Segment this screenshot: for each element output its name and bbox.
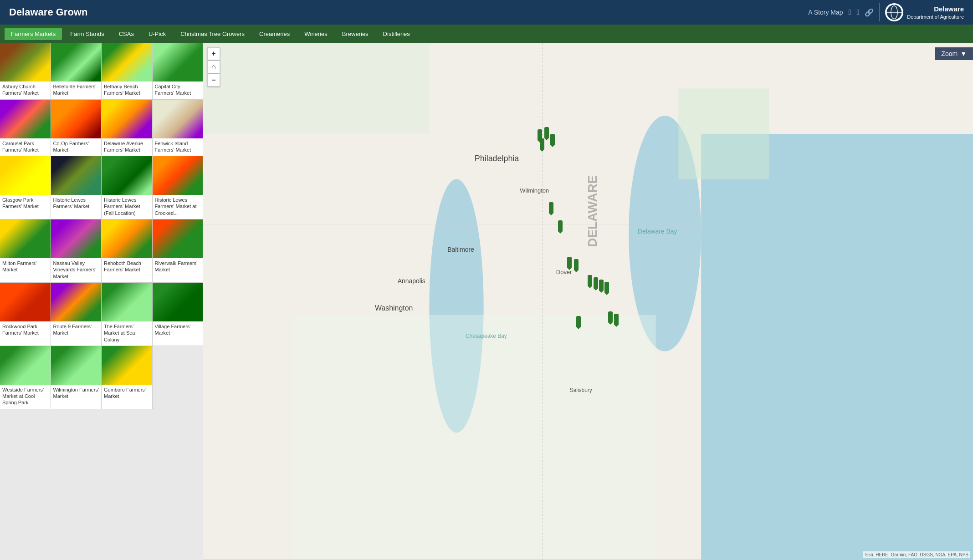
zoom-label[interactable]: Zoom ▼ — [935, 47, 973, 60]
dept-logo: Delaware Department of Agriculture — [879, 3, 964, 21]
tab-farm-stands[interactable]: Farm Stands — [64, 28, 110, 40]
svg-text:Wilmington: Wilmington — [520, 187, 549, 194]
market-thumbnail — [51, 156, 102, 195]
map-marker[interactable] — [594, 277, 598, 288]
map-controls: + ⌂ − — [207, 47, 220, 87]
market-label: Glasgow Park Farmers' Market — [0, 195, 51, 213]
list-item[interactable]: Westside Farmers' Market at Cool Spring … — [0, 346, 51, 409]
list-item[interactable]: Route 9 Farmers' Market — [51, 283, 102, 346]
list-item[interactable]: The Farmers' Market at Sea Colony — [102, 283, 152, 346]
market-thumbnail — [153, 219, 203, 258]
market-label: Co-Op Farmers' Market — [51, 138, 102, 156]
svg-rect-9 — [293, 315, 656, 560]
map-marker[interactable] — [558, 220, 563, 231]
tab-farmers-markets[interactable]: Farmers Markets — [5, 28, 62, 40]
link-icon[interactable]: 🔗 — [865, 8, 874, 17]
tab-csas[interactable]: CSAs — [113, 28, 140, 40]
market-thumbnail — [51, 219, 102, 258]
market-thumbnail — [102, 100, 152, 138]
tab-distilleries[interactable]: Distilleries — [377, 28, 416, 40]
market-thumbnail — [51, 43, 102, 81]
list-item[interactable]: Capital City Farmers' Market — [153, 43, 203, 99]
zoom-in-button[interactable]: + — [207, 47, 220, 60]
market-label: Village Farmers' Market — [153, 321, 203, 339]
market-thumbnail — [153, 156, 203, 195]
story-map-label: A Story Map — [808, 9, 843, 16]
list-item[interactable]: Gumboro Farmers' Market — [102, 346, 152, 409]
list-item[interactable]: Glasgow Park Farmers' Market — [0, 156, 51, 219]
map-area[interactable]: DELAWARE Philadelphia Baltimore Annapoli… — [203, 43, 973, 560]
market-thumbnail — [0, 346, 51, 385]
list-item[interactable]: Riverwalk Farmers' Market — [153, 219, 203, 282]
market-thumbnail — [0, 100, 51, 138]
market-label: Carousel Park Farmers' Market — [0, 138, 51, 156]
market-thumbnail — [102, 43, 152, 81]
market-label: Delaware Avenue Farmers' Market — [102, 138, 152, 156]
market-label: Historic Lewes Farmers' Market (Fall Loc… — [102, 195, 152, 219]
map-marker[interactable] — [540, 138, 544, 149]
list-item[interactable]: Rockwood Park Farmers' Market — [0, 283, 51, 346]
list-item[interactable]: Historic Lewes Farmers' Market — [51, 156, 102, 219]
sidebar: Asbury Church Farmers' Market Bellefonte… — [0, 43, 203, 560]
list-item[interactable]: Milton Farmers' Market — [0, 219, 51, 282]
list-item[interactable]: Co-Op Farmers' Market — [51, 100, 102, 156]
list-item[interactable]: Village Farmers' Market — [153, 283, 203, 346]
map-marker[interactable] — [567, 257, 572, 268]
tab-wineries[interactable]: Wineries — [298, 28, 334, 40]
tab-christmas-tree-growers[interactable]: Christmas Tree Growers — [174, 28, 251, 40]
main-content: Asbury Church Farmers' Market Bellefonte… — [0, 43, 973, 560]
list-item[interactable]: Bellefonte Farmers' Market — [51, 43, 102, 99]
tab-creameries[interactable]: Creameries — [253, 28, 296, 40]
list-item[interactable]: Fenwick Island Farmers' Market — [153, 100, 203, 156]
map-svg: DELAWARE Philadelphia Baltimore Annapoli… — [203, 43, 973, 560]
svg-text:Annapolis: Annapolis — [398, 277, 425, 285]
market-grid: Asbury Church Farmers' Market Bellefonte… — [0, 43, 203, 409]
market-thumbnail — [153, 100, 203, 138]
map-marker[interactable] — [608, 311, 613, 322]
header-right: A Story Map   🔗 Delaware Department of… — [808, 3, 964, 21]
map-marker[interactable] — [599, 280, 604, 290]
home-button[interactable]: ⌂ — [207, 61, 220, 73]
list-item[interactable]: Asbury Church Farmers' Market — [0, 43, 51, 99]
list-item[interactable]: Delaware Avenue Farmers' Market — [102, 100, 152, 156]
market-thumbnail — [153, 283, 203, 321]
svg-rect-22 — [203, 43, 429, 134]
dept-logo-circle — [885, 3, 903, 21]
market-label: Fenwick Island Farmers' Market — [153, 138, 203, 156]
facebook-icon[interactable]:  — [849, 8, 851, 16]
zoom-out-button[interactable]: − — [207, 74, 220, 87]
map-marker[interactable] — [574, 259, 579, 270]
map-marker[interactable] — [576, 316, 581, 327]
market-thumbnail — [153, 43, 203, 81]
list-item[interactable]: Historic Lewes Farmers' Market at Crooke… — [153, 156, 203, 219]
app-title: Delaware Grown — [9, 6, 87, 18]
map-marker[interactable] — [549, 202, 553, 213]
tab-u-pick[interactable]: U-Pick — [142, 28, 172, 40]
market-thumbnail — [102, 219, 152, 258]
nav-bar: Farmers Markets Farm Stands CSAs U-Pick … — [0, 25, 973, 43]
market-label: The Farmers' Market at Sea Colony — [102, 321, 152, 346]
svg-text:Philadelphia: Philadelphia — [475, 154, 519, 163]
market-thumbnail — [51, 283, 102, 321]
dept-name: Delaware Department of Agriculture — [907, 5, 964, 20]
map-attribution: Esri, HERE, Garmin, FAO, USGS, NGA, EPA,… — [863, 551, 970, 558]
tab-breweries[interactable]: Breweries — [336, 28, 375, 40]
market-thumbnail — [0, 43, 51, 81]
map-marker[interactable] — [550, 134, 555, 145]
list-item[interactable]: Bethany Beach Farmers' Market — [102, 43, 152, 99]
map-marker[interactable] — [588, 275, 592, 286]
list-item[interactable]: Carousel Park Farmers' Market — [0, 100, 51, 156]
market-thumbnail — [0, 156, 51, 195]
svg-rect-8 — [701, 134, 973, 560]
list-item[interactable]: Historic Lewes Farmers' Market (Fall Loc… — [102, 156, 152, 219]
map-marker[interactable] — [614, 314, 619, 325]
list-item[interactable]: Wilmington Farmers' Market — [51, 346, 102, 409]
twitter-icon[interactable]:  — [856, 8, 859, 16]
list-item[interactable]: Nassau Valley Vineyards Farmers' Market — [51, 219, 102, 282]
map-marker[interactable] — [604, 282, 609, 293]
map-marker[interactable] — [544, 127, 549, 138]
market-label: Westside Farmers' Market at Cool Spring … — [0, 385, 51, 409]
market-label: Gumboro Farmers' Market — [102, 385, 152, 402]
list-item[interactable]: Rehoboth Beach Farmers' Market — [102, 219, 152, 282]
svg-text:Chesapeake Bay: Chesapeake Bay — [466, 333, 507, 339]
